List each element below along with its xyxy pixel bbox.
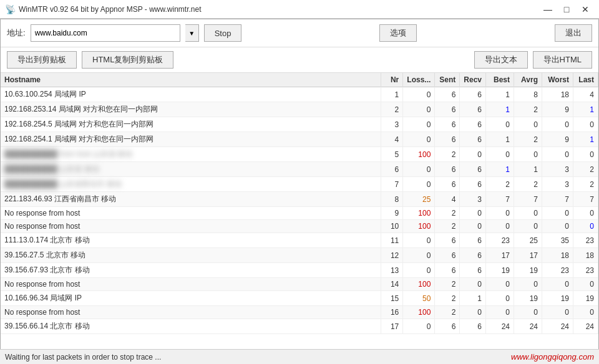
cell-best: 0 — [486, 291, 514, 306]
minimize-button[interactable]: — — [539, 2, 557, 16]
cell-worst: 19 — [542, 291, 573, 306]
cell-loss: 100 — [403, 220, 435, 233]
cell-recv: 1 — [460, 291, 486, 306]
maximize-button[interactable]: □ — [558, 2, 575, 16]
table-row: No response from host 16 100 2 0 0 0 0 0 — [1, 306, 598, 319]
cell-nr: 15 — [381, 291, 403, 306]
cell-hostname: 10.166.96.34 局域网 IP — [1, 291, 381, 306]
options-button[interactable]: 选项 — [379, 24, 417, 42]
cell-nr: 11 — [381, 233, 403, 248]
cell-best: 19 — [486, 263, 514, 278]
cell-loss: 100 — [403, 306, 435, 319]
cell-best: 1 — [486, 87, 514, 102]
status-bar: Waiting for last packets in order to sto… — [0, 349, 599, 364]
app-content: 地址: ▼ Stop 选项 退出 导出到剪贴板 HTML复制到剪贴板 导出文本 … — [0, 19, 599, 364]
cell-avrg: 1 — [514, 162, 542, 177]
table-row: No response from host 9 100 2 0 0 0 0 0 — [1, 207, 598, 220]
cell-worst: 0 — [542, 278, 573, 291]
cell-last: 7 — [573, 192, 598, 207]
cell-nr: 16 — [381, 306, 403, 319]
cell-loss: 0 — [403, 177, 435, 192]
copy-clipboard-button[interactable]: 导出到剪贴板 — [7, 51, 77, 69]
close-button[interactable]: ✕ — [577, 2, 594, 16]
cell-nr: 13 — [381, 263, 403, 278]
cell-avrg: 25 — [514, 233, 542, 248]
cell-best: 0 — [486, 220, 514, 233]
cell-worst: 35 — [542, 233, 573, 248]
cell-sent: 2 — [435, 291, 460, 306]
cell-last: 0 — [573, 117, 598, 132]
cell-best: 23 — [486, 233, 514, 248]
table-row: No response from host 14 100 2 0 0 0 0 0 — [1, 278, 598, 291]
html-copy-button[interactable]: HTML复制到剪贴板 — [82, 51, 173, 69]
cell-recv: 0 — [460, 278, 486, 291]
table-row: ██████████ 山东省 移动 6 0 6 6 1 1 3 2 — [1, 162, 598, 177]
watermark: www.ligongqiqong.com — [511, 352, 594, 362]
cell-sent: 4 — [435, 192, 460, 207]
table-row: 39.156.66.14 北京市 移动 17 0 6 6 24 24 24 24 — [1, 319, 598, 334]
cell-best: 0 — [486, 207, 514, 220]
col-best: Best — [486, 73, 514, 87]
col-recv: Recv — [460, 73, 486, 87]
cell-recv: 6 — [460, 162, 486, 177]
cell-loss: 100 — [403, 147, 435, 162]
cell-nr: 12 — [381, 248, 403, 263]
cell-recv: 6 — [460, 233, 486, 248]
cell-nr: 1 — [381, 87, 403, 102]
cell-best: 17 — [486, 248, 514, 263]
cell-hostname: ██████████ 山东省 移动 — [1, 162, 381, 177]
table-row: 39.156.27.5 北京市 移动 12 0 6 6 17 17 18 18 — [1, 248, 598, 263]
cell-last: 0 — [573, 220, 598, 233]
export-row: 导出到剪贴板 HTML复制到剪贴板 导出文本 导出HTML — [1, 47, 598, 73]
address-dropdown-btn[interactable]: ▼ — [185, 24, 199, 42]
cell-hostname: 10.63.100.254 局域网 IP — [1, 87, 381, 102]
cell-worst: 3 — [542, 162, 573, 177]
cell-loss: 0 — [403, 263, 435, 278]
cell-hostname: No response from host — [1, 278, 381, 291]
export-text-button[interactable]: 导出文本 — [474, 51, 528, 69]
cell-avrg: 0 — [514, 278, 542, 291]
cell-loss: 0 — [403, 87, 435, 102]
address-input[interactable] — [31, 24, 180, 42]
cell-loss: 50 — [403, 291, 435, 306]
cell-sent: 6 — [435, 233, 460, 248]
cell-last: 0 — [573, 306, 598, 319]
cell-nr: 4 — [381, 132, 403, 147]
cell-last: 24 — [573, 319, 598, 334]
table-row: 192.168.254.1 局域网 对方和您在同一内部网 4 0 6 6 1 2… — [1, 132, 598, 147]
cell-worst: 24 — [542, 319, 573, 334]
cell-worst: 18 — [542, 87, 573, 102]
cell-hostname: 192.168.254.1 局域网 对方和您在同一内部网 — [1, 132, 381, 147]
cell-avrg: 0 — [514, 220, 542, 233]
cell-worst: 3 — [542, 177, 573, 192]
cell-hostname: 111.13.0.174 北京市 移动 — [1, 233, 381, 248]
cell-sent: 6 — [435, 319, 460, 334]
table-header-row: Hostname Nr Loss... Sent Recv Best Avrg … — [1, 73, 598, 87]
cell-last: 23 — [573, 263, 598, 278]
cell-sent: 6 — [435, 263, 460, 278]
col-hostname: Hostname — [1, 73, 381, 87]
cell-recv: 6 — [460, 102, 486, 117]
col-sent: Sent — [435, 73, 460, 87]
cell-worst: 9 — [542, 102, 573, 117]
export-html-button[interactable]: 导出HTML — [533, 51, 592, 69]
cell-loss: 25 — [403, 192, 435, 207]
cell-hostname: No response from host — [1, 306, 381, 319]
cell-best: 1 — [486, 132, 514, 147]
table-row: 111.13.0.174 北京市 移动 11 0 6 6 23 25 35 23 — [1, 233, 598, 248]
table-row: 10.166.96.34 局域网 IP 15 50 2 1 0 19 19 19 — [1, 291, 598, 306]
cell-hostname: No response from host — [1, 220, 381, 233]
app-icon: 📡 — [5, 4, 15, 14]
cell-best: 0 — [486, 147, 514, 162]
trace-table-container: Hostname Nr Loss... Sent Recv Best Avrg … — [1, 73, 598, 335]
exit-button[interactable]: 退出 — [555, 24, 592, 42]
title-bar-text: WinMTR v0.92 64 bit by Appnor MSP - www.… — [19, 5, 539, 14]
cell-recv: 0 — [460, 306, 486, 319]
cell-avrg: 19 — [514, 291, 542, 306]
cell-sent: 2 — [435, 278, 460, 291]
cell-nr: 2 — [381, 102, 403, 117]
cell-recv: 6 — [460, 263, 486, 278]
address-label: 地址: — [7, 27, 26, 39]
cell-worst: 0 — [542, 306, 573, 319]
stop-button[interactable]: Stop — [204, 24, 242, 42]
